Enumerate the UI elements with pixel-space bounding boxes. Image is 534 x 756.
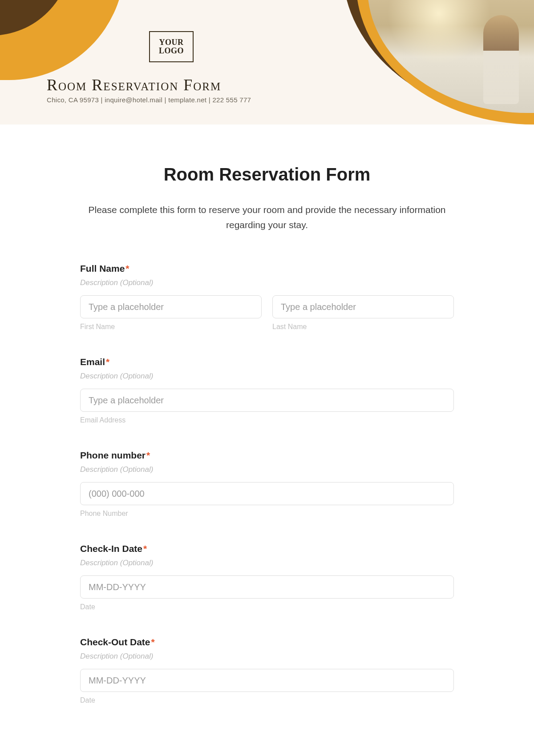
label-full-name-text: Full Name <box>80 263 125 273</box>
label-phone-text: Phone number <box>80 450 146 460</box>
logo-placeholder: YOUR LOGO <box>149 31 194 62</box>
desc-phone: Description (Optional) <box>80 465 454 474</box>
hero-photo-wrap <box>343 0 534 125</box>
label-email-text: Email <box>80 357 105 367</box>
label-phone: Phone number* <box>80 450 454 461</box>
label-email: Email* <box>80 357 454 367</box>
field-email: Email* Description (Optional) Email Addr… <box>80 357 454 424</box>
last-name-sublabel: Last Name <box>272 323 454 331</box>
form-intro: Please complete this form to reserve you… <box>80 202 454 232</box>
desc-checkin: Description (Optional) <box>80 559 454 567</box>
label-full-name: Full Name* <box>80 263 454 274</box>
required-mark: * <box>151 637 155 647</box>
phone-input[interactable] <box>80 482 454 505</box>
first-name-sublabel: First Name <box>80 323 262 331</box>
label-checkin-text: Check-In Date <box>80 543 142 554</box>
required-mark: * <box>143 543 147 554</box>
desc-full-name: Description (Optional) <box>80 278 454 287</box>
desc-email: Description (Optional) <box>80 372 454 381</box>
email-input[interactable] <box>80 389 454 412</box>
label-checkin: Check-In Date* <box>80 543 454 554</box>
required-mark: * <box>106 357 109 367</box>
phone-sublabel: Phone Number <box>80 510 454 518</box>
field-full-name: Full Name* Description (Optional) First … <box>80 263 454 331</box>
checkin-input[interactable] <box>80 575 454 599</box>
first-name-input[interactable] <box>80 295 262 318</box>
desc-checkout: Description (Optional) <box>80 652 454 661</box>
banner-title: Room Reservation Form <box>47 76 221 94</box>
checkout-sublabel: Date <box>80 696 454 704</box>
email-sublabel: Email Address <box>80 416 454 424</box>
required-mark: * <box>146 450 150 460</box>
header-banner: YOUR LOGO Room Reservation Form Chico, C… <box>0 0 534 125</box>
required-mark: * <box>125 263 129 273</box>
decorative-blob-left <box>0 0 125 80</box>
form-container: Room Reservation Form Please complete th… <box>53 125 481 731</box>
field-checkin: Check-In Date* Description (Optional) Da… <box>80 543 454 611</box>
last-name-input[interactable] <box>272 295 454 318</box>
label-checkout-text: Check-Out Date <box>80 637 150 647</box>
field-phone: Phone number* Description (Optional) Pho… <box>80 450 454 518</box>
banner-subtitle: Chico, CA 95973 | inquire@hotel.mail | t… <box>47 96 251 104</box>
field-checkout: Check-Out Date* Description (Optional) D… <box>80 637 454 704</box>
checkout-input[interactable] <box>80 669 454 692</box>
label-checkout: Check-Out Date* <box>80 637 454 647</box>
checkin-sublabel: Date <box>80 603 454 611</box>
form-title: Room Reservation Form <box>80 165 454 185</box>
